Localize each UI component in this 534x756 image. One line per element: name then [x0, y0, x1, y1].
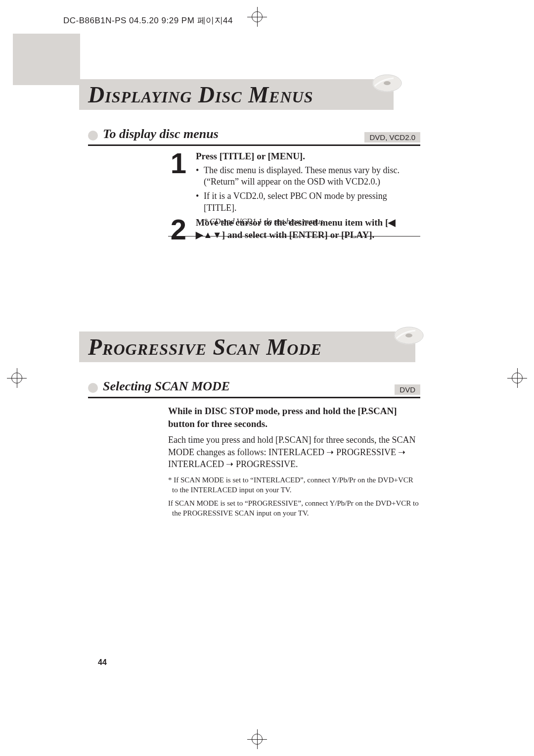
- subsection-label: To display disc menus: [103, 127, 219, 142]
- step-bullet: The disc menu is displayed. These menus …: [196, 165, 420, 188]
- bullet-dot: [88, 131, 98, 141]
- section-title-text: Progressive Scan Mode: [88, 334, 322, 360]
- subsection-label: Selecting SCAN MODE: [103, 379, 230, 394]
- disc-type-tag: DVD: [395, 384, 420, 395]
- section-title-progressive-scan-mode: Progressive Scan Mode: [79, 331, 415, 362]
- svg-point-2: [384, 81, 391, 85]
- prog-heading: While in DISC STOP mode, press and hold …: [168, 405, 420, 430]
- subsection-selecting-scan-mode: Selecting SCAN MODE DVD: [88, 379, 420, 398]
- manual-page: DC-B86B1N-PS 04.5.20 9:29 PM 페이지44 Displ…: [0, 0, 534, 756]
- svg-point-5: [405, 333, 412, 337]
- section-title-displaying-disc-menus: Displaying Disc Menus: [79, 79, 394, 110]
- crop-mark-right: [507, 368, 527, 388]
- step-number: 2: [168, 217, 189, 243]
- print-header: DC-B86B1N-PS 04.5.20 9:29 PM 페이지44: [63, 15, 233, 26]
- prog-note: If SCAN MODE is set to “PROGRESSIVE”, co…: [168, 498, 420, 519]
- disc-icon: [372, 72, 402, 94]
- step-heading: Move the cursor to the desired menu item…: [196, 217, 420, 241]
- subsection-to-display-disc-menus: To display disc menus DVD, VCD2.0: [88, 127, 420, 146]
- progressive-scan-body: While in DISC STOP mode, press and hold …: [168, 405, 420, 521]
- prog-paragraph: Each time you press and hold [P.SCAN] fo…: [168, 434, 420, 470]
- disc-type-tag: DVD, VCD2.0: [364, 132, 420, 142]
- page-number: 44: [98, 658, 107, 667]
- thumb-tab: [13, 34, 80, 85]
- prog-note: * If SCAN MODE is set to “INTERLACED”, c…: [168, 475, 420, 495]
- crop-mark-top: [247, 7, 267, 27]
- disc-icon: [394, 325, 424, 346]
- step-body: Move the cursor to the desired menu item…: [196, 217, 420, 243]
- crop-mark-left: [7, 368, 27, 388]
- section-title-text: Displaying Disc Menus: [88, 82, 313, 108]
- step-2: 2 Move the cursor to the desired menu it…: [168, 217, 420, 243]
- bullet-dot: [88, 383, 98, 393]
- step-bullet: If it is a VCD2.0, select PBC ON mode by…: [196, 190, 420, 214]
- step-heading: Press [TITLE] or [MENU].: [196, 150, 420, 163]
- step-body: Press [TITLE] or [MENU]. The disc menu i…: [196, 150, 420, 227]
- crop-mark-bottom: [247, 729, 267, 749]
